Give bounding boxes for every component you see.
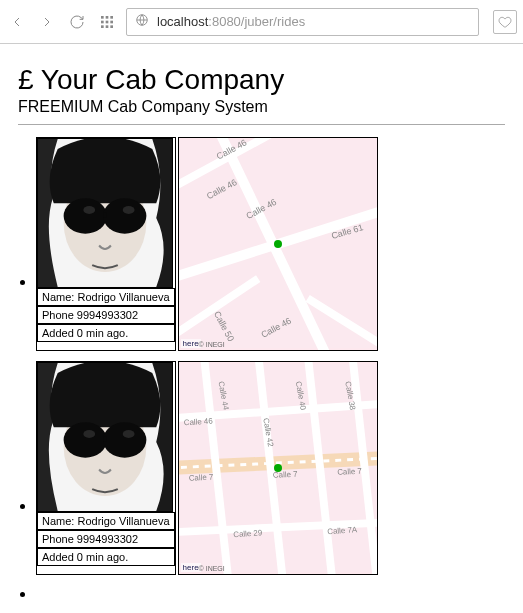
list-item: Name: Rodrigo Villanueva Phone 999499330…	[36, 361, 505, 575]
page-subtitle: FREEMIUM Cab Company System	[18, 98, 505, 125]
svg-rect-4	[106, 20, 109, 23]
address-bar[interactable]: localhost:8080/juber/rides	[126, 8, 479, 36]
ride-card: Name: Rodrigo Villanueva Phone 999499330…	[36, 137, 505, 351]
ride-list: Name: Rodrigo Villanueva Phone 999499330…	[18, 137, 505, 603]
svg-rect-14	[103, 212, 107, 218]
reload-button[interactable]	[66, 11, 88, 33]
ride-list-container: Name: Rodrigo Villanueva Phone 999499330…	[18, 137, 505, 603]
ride-map[interactable]: Calle 44 Calle 40 Calle 38 Calle 42 Call…	[178, 361, 378, 575]
browser-toolbar: localhost:8080/juber/rides	[0, 0, 523, 44]
driver-phone: Phone 9994993302	[37, 306, 175, 324]
svg-point-15	[83, 206, 95, 214]
page-content[interactable]: £ Your Cab Company FREEMIUM Cab Company …	[0, 44, 523, 613]
driver-added: Added 0 min ago.	[37, 324, 175, 342]
map-marker	[274, 464, 282, 472]
driver-phone: Phone 9994993302	[37, 530, 175, 548]
url-text: localhost:8080/juber/rides	[157, 14, 305, 29]
svg-rect-8	[110, 25, 113, 28]
driver-photo	[37, 362, 173, 512]
driver-added: Added 0 min ago.	[37, 548, 175, 566]
svg-rect-7	[106, 25, 109, 28]
driver-name: Name: Rodrigo Villanueva	[37, 288, 175, 306]
apps-grid-icon[interactable]	[96, 11, 118, 33]
svg-rect-2	[110, 16, 113, 19]
globe-icon	[135, 13, 149, 31]
map-credit: here	[181, 339, 201, 348]
svg-rect-5	[110, 20, 113, 23]
map-marker	[274, 240, 282, 248]
svg-point-16	[123, 206, 135, 214]
svg-point-32	[103, 422, 146, 457]
list-item	[36, 585, 505, 603]
forward-button[interactable]	[36, 11, 58, 33]
url-rest: :8080/juber/rides	[208, 14, 305, 29]
svg-text:Calle 7: Calle 7	[188, 472, 213, 482]
svg-rect-6	[101, 25, 104, 28]
driver-info: Name: Rodrigo Villanueva Phone 999499330…	[36, 361, 176, 575]
svg-point-13	[103, 198, 146, 233]
favorite-button[interactable]	[493, 10, 517, 34]
ride-map[interactable]: Calle 46 Calle 46 Calle 46 Calle 61 Call…	[178, 137, 378, 351]
svg-rect-1	[106, 16, 109, 19]
svg-point-35	[123, 430, 135, 438]
driver-photo	[37, 138, 173, 288]
ride-card: Name: Rodrigo Villanueva Phone 999499330…	[36, 361, 505, 575]
svg-rect-33	[103, 436, 107, 442]
list-item: Name: Rodrigo Villanueva Phone 999499330…	[36, 137, 505, 351]
svg-point-12	[64, 198, 107, 233]
svg-rect-0	[101, 16, 104, 19]
page-title: £ Your Cab Company	[18, 64, 505, 96]
map-credit2: © INEGI	[199, 565, 225, 572]
svg-rect-3	[101, 20, 104, 23]
map-credit2: © INEGI	[199, 341, 225, 348]
svg-text:Calle 7: Calle 7	[337, 466, 362, 476]
url-host: localhost	[157, 14, 208, 29]
driver-name: Name: Rodrigo Villanueva	[37, 512, 175, 530]
map-credit: here	[181, 563, 201, 572]
driver-info: Name: Rodrigo Villanueva Phone 999499330…	[36, 137, 176, 351]
back-button[interactable]	[6, 11, 28, 33]
svg-point-34	[83, 430, 95, 438]
svg-point-31	[64, 422, 107, 457]
